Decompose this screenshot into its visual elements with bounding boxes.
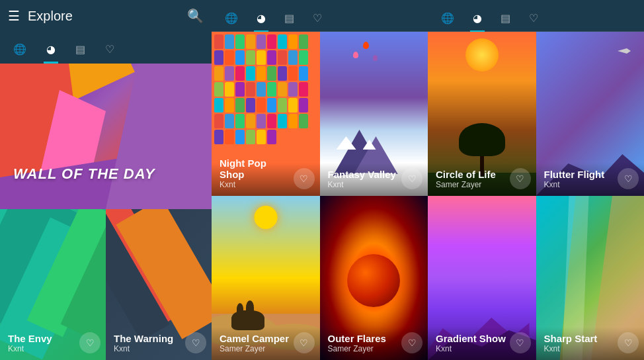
popsicle-item [235,82,245,97]
night-pop-heart[interactable]: ♡ [294,168,315,189]
circle-author: Samer Zayer [436,180,510,189]
night-pop-card[interactable]: Night Pop Shop Kxnt ♡ [212,32,320,196]
balloon-2 [363,42,369,49]
popsicle-item [214,82,223,97]
tab-bar-right: 🌐 ◕ ▤ ♡ [428,0,644,32]
popsicle-item [267,50,276,65]
popsicle-item [246,82,255,97]
tab-heart[interactable]: ♡ [105,43,114,62]
outer-author: Samer Zayer [328,344,402,353]
the-envy-card[interactable]: The Envy Kxnt ♡ [0,209,106,360]
popsicle-item [214,114,223,128]
hamburger-icon[interactable]: ☰ [8,8,20,24]
popsicle-item [225,34,234,49]
wall-of-day[interactable]: WALL OF THE DAY [0,64,212,209]
popsicle-item [225,66,234,81]
mid-tab-heart[interactable]: ♡ [313,12,322,31]
outer-heart[interactable]: ♡ [401,332,423,353]
outer-flares-card[interactable]: Outer Flares Samer Zayer ♡ [320,196,428,360]
popsicle-item [246,98,255,112]
mid-tab-globe[interactable]: 🌐 [225,12,238,31]
flutter-author: Kxnt [544,180,618,189]
popsicle-item [278,114,287,128]
mid-tab-compass[interactable]: ◕ [257,12,266,31]
circle-heart[interactable]: ♡ [510,168,531,189]
popsicle-item [288,34,298,49]
top-bar: ☰ Explore 🔍 [0,0,212,32]
popsicle-item [257,50,266,65]
popsicle-item [246,50,255,65]
sharp-heart[interactable]: ♡ [618,332,639,353]
the-warning-author: Kxnt [114,344,185,353]
popsicle-item [257,130,266,144]
right-tab-compass[interactable]: ◕ [473,12,482,31]
mid-tab-gallery[interactable]: ▤ [284,12,294,31]
the-envy-info: The Envy Kxnt [8,333,79,353]
popsicle-item [278,98,287,112]
tab-globe[interactable]: 🌐 [13,43,26,62]
fantasy-heart[interactable]: ♡ [401,168,423,189]
tab-bar-mid: 🌐 ◕ ▤ ♡ [212,0,428,32]
popsicle-item [288,66,298,81]
popsicle-item [278,66,287,81]
right-grid: Circle of Life Samer Zayer ♡ Flutter Fli… [428,32,644,360]
popsicle-item [214,98,223,112]
popsicle-item [257,66,266,81]
popsicle-item [267,66,276,81]
popsicle-item [288,98,298,112]
wall-shape-5 [106,64,212,209]
the-envy-heart[interactable]: ♡ [79,332,101,353]
camel-sun [254,206,277,229]
gradient-heart[interactable]: ♡ [510,332,531,353]
popsicle-item [267,34,276,49]
fantasy-info: Fantasy Valley Kxnt [328,169,402,189]
popsicle-item [288,50,298,65]
popsicle-item [246,66,255,81]
popsicle-item [278,82,287,97]
popsicle-item [235,66,245,81]
popsicle-item [225,50,234,65]
right-tab-heart[interactable]: ♡ [529,12,538,31]
gradient-show-card[interactable]: Gradient Show Kxnt ♡ [428,196,536,360]
popsicle-item [299,98,308,112]
fantasy-valley-card[interactable]: Fantasy Valley Kxnt ♡ [320,32,428,196]
the-warning-info: The Warning Kxnt [114,333,185,353]
popsicle-item [214,130,223,144]
wall-bg [0,64,212,209]
tab-bar-left: 🌐 ◕ ▤ ♡ [0,32,212,64]
middle-panel: 🌐 ◕ ▤ ♡ Night Pop Shop Kxnt ♡ [212,0,428,360]
popsicle-item [288,114,298,128]
flutter-heart[interactable]: ♡ [618,168,639,189]
tab-gallery[interactable]: ▤ [75,43,85,62]
flutter-flight-card[interactable]: Flutter Flight Kxnt ♡ [536,32,645,196]
circle-sun [465,38,499,71]
wall-of-day-label: WALL OF THE DAY [13,165,155,183]
ff-plane [618,48,631,54]
camel-heart[interactable]: ♡ [294,332,315,353]
popsicle-item [299,114,308,128]
circle-of-life-card[interactable]: Circle of Life Samer Zayer ♡ [428,32,536,196]
right-tab-gallery[interactable]: ▤ [501,12,510,31]
popsicle-item [225,98,234,112]
outer-title: Outer Flares [328,333,402,344]
sharp-start-card[interactable]: Sharp Start Kxnt ♡ [536,196,645,360]
popsicle-item [246,114,255,128]
bottom-grid: The Envy Kxnt ♡ The Warning Kxnt ♡ [0,209,212,360]
tab-compass[interactable]: ◕ [46,43,56,62]
right-tab-globe[interactable]: 🌐 [441,12,454,31]
gradient-info: Gradient Show Kxnt [436,333,510,353]
the-warning-heart[interactable]: ♡ [185,332,206,353]
camel-title: Camel Camper [220,333,294,344]
camel-camper-card[interactable]: Camel Camper Samer Zayer ♡ [212,196,320,360]
the-envy-title: The Envy [8,333,79,344]
search-icon[interactable]: 🔍 [187,8,204,24]
the-warning-card[interactable]: The Warning Kxnt ♡ [106,209,212,360]
night-pop-author: Kxnt [220,180,294,189]
popsicle-item [235,50,245,65]
popsicle-item [225,82,234,97]
popsicle-item [235,98,245,112]
popsicle-item [225,114,234,128]
sharp-title: Sharp Start [544,333,618,344]
popsicle-item [299,50,308,65]
fantasy-author: Kxnt [328,180,402,189]
